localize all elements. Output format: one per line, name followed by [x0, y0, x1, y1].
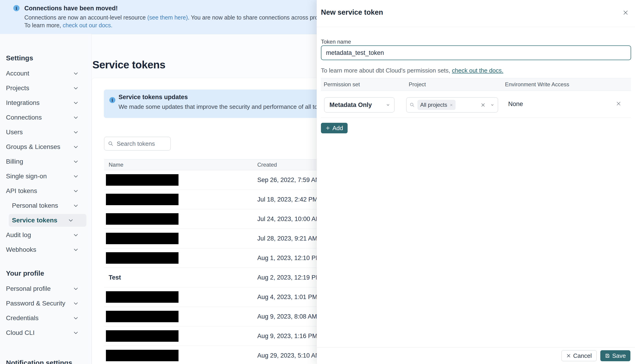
- redacted-name: [106, 233, 178, 244]
- plus-icon: [326, 126, 330, 130]
- permission-set-select[interactable]: Metadata Only: [324, 97, 395, 112]
- save-button-label: Save: [612, 352, 626, 360]
- chevron-down-icon: [73, 247, 79, 252]
- page-title: Service tokens: [92, 58, 165, 71]
- chevron-down-icon: [73, 232, 79, 238]
- chevron-down-icon: [73, 159, 79, 164]
- chevron-down-icon: [68, 218, 74, 223]
- search-icon: [410, 102, 415, 108]
- permission-row: Metadata Only All projects: [321, 90, 631, 118]
- see-them-here-link[interactable]: (see them here): [147, 14, 188, 21]
- permission-docs-line: To learn more about dbt Cloud's permissi…: [321, 67, 503, 74]
- token-name-cell: [104, 330, 257, 342]
- chevron-down-icon: [73, 301, 79, 306]
- chevron-down-icon: [73, 86, 79, 91]
- token-name-cell: [104, 252, 257, 264]
- column-header-permission-set: Permission set: [321, 81, 409, 88]
- sidebar-item-billing[interactable]: Billing: [0, 154, 91, 169]
- drawer-footer: Cancel Save: [317, 347, 635, 364]
- new-service-token-drawer: New service token Token name To learn mo…: [316, 0, 635, 364]
- chip-remove-icon[interactable]: [450, 104, 453, 106]
- chevron-down-icon: [73, 203, 79, 208]
- check-docs-link[interactable]: check out our docs.: [63, 22, 113, 28]
- chevron-down-icon: [73, 188, 79, 194]
- chevron-down-icon: [73, 144, 79, 150]
- token-name-cell: [104, 213, 257, 225]
- banner-body-text: Connections are now an account-level res…: [24, 14, 147, 21]
- sidebar-item-integrations[interactable]: Integrations: [0, 96, 91, 110]
- chevron-down-icon: [73, 115, 79, 120]
- chevron-down-icon: [73, 174, 79, 179]
- clear-selection-icon[interactable]: [481, 102, 485, 108]
- chevron-down-icon: [73, 71, 79, 76]
- callout-title: Service tokens updates: [119, 94, 188, 101]
- token-name-cell: [104, 194, 257, 205]
- column-header-project: Project: [409, 81, 505, 88]
- sidebar-item-users[interactable]: Users: [0, 125, 91, 140]
- column-header-environment-write-access: Environment Write Access: [505, 81, 631, 88]
- sidebar-section-heading: Settings: [0, 50, 91, 66]
- permissions-table-header: Permission set Project Environment Write…: [321, 78, 631, 91]
- add-button-label: Add: [333, 124, 343, 132]
- sidebar-item-projects[interactable]: Projects: [0, 81, 91, 96]
- project-multiselect[interactable]: All projects: [406, 97, 498, 112]
- close-icon[interactable]: [622, 9, 629, 16]
- redacted-name: [106, 330, 178, 342]
- sidebar-item-personal-profile[interactable]: Personal profile: [0, 282, 91, 296]
- token-name-input[interactable]: [321, 46, 631, 60]
- banner-body-line2: To learn more, check out our docs.: [24, 22, 113, 29]
- token-name-cell: Test: [104, 274, 257, 281]
- chevron-down-icon: [73, 100, 79, 106]
- environment-write-access-value: None: [508, 90, 523, 118]
- chevron-down-icon: [73, 330, 79, 336]
- chevron-down-icon[interactable]: [490, 103, 494, 107]
- sidebar-item-account[interactable]: Account: [0, 66, 91, 81]
- token-name-cell: [104, 311, 257, 322]
- token-name-cell: [104, 233, 257, 244]
- settings-sidebar: Settings Account Projects Integrations C…: [0, 34, 92, 364]
- sidebar-item-cloud-cli[interactable]: Cloud CLI: [0, 326, 91, 340]
- cancel-button[interactable]: Cancel: [561, 350, 597, 361]
- sidebar-item-webhooks[interactable]: Webhooks: [0, 242, 91, 257]
- sidebar-item-connections[interactable]: Connections: [0, 110, 91, 125]
- info-icon: i: [13, 5, 20, 11]
- token-name-label: Token name: [321, 38, 351, 45]
- redacted-name: [106, 311, 178, 322]
- learn-more-text: To learn more,: [24, 22, 63, 28]
- save-button[interactable]: Save: [600, 350, 630, 361]
- sidebar-item-groups-licenses[interactable]: Groups & Licenses: [0, 140, 91, 154]
- check-out-docs-link[interactable]: check out the docs.: [452, 67, 503, 74]
- search-icon: [108, 141, 114, 146]
- sidebar-item-audit-log[interactable]: Audit log: [0, 228, 91, 242]
- sidebar-item-single-sign-on[interactable]: Single sign-on: [0, 169, 91, 184]
- chevron-down-icon: [73, 130, 79, 135]
- banner-title: Connections have been moved!: [24, 5, 118, 12]
- search-tokens-box: [104, 137, 171, 150]
- sidebar-item-service-tokens[interactable]: Service tokens: [9, 214, 86, 227]
- token-name-cell: [104, 291, 257, 303]
- redacted-name: [106, 252, 178, 264]
- search-input[interactable]: [116, 140, 165, 148]
- remove-row-icon[interactable]: [616, 101, 621, 106]
- project-chip-label: All projects: [420, 102, 447, 108]
- permission-set-value: Metadata Only: [330, 102, 386, 108]
- sidebar-item-password-security[interactable]: Password & Security: [0, 296, 91, 311]
- redacted-name: [106, 291, 178, 303]
- save-icon: [605, 353, 610, 358]
- docs-line-text: To learn more about dbt Cloud's permissi…: [321, 67, 452, 74]
- chevron-down-icon: [73, 315, 79, 321]
- project-chip[interactable]: All projects: [417, 100, 456, 110]
- sidebar-item-api-tokens[interactable]: API tokens: [0, 184, 91, 198]
- drawer-title: New service token: [321, 8, 383, 16]
- sidebar-section-heading: Notification settings: [0, 355, 91, 364]
- sidebar-item-personal-tokens[interactable]: Personal tokens: [0, 198, 91, 213]
- close-icon: [566, 354, 571, 358]
- column-header-name: Name: [104, 162, 257, 168]
- sidebar-item-credentials[interactable]: Credentials: [0, 311, 91, 326]
- drawer-header: New service token: [317, 0, 635, 27]
- sidebar-section-heading: Your profile: [0, 265, 91, 282]
- token-name-text: Test: [109, 274, 121, 281]
- add-permission-button[interactable]: Add: [321, 123, 348, 133]
- token-name-cell: [104, 350, 257, 361]
- chevron-down-icon: [73, 286, 79, 292]
